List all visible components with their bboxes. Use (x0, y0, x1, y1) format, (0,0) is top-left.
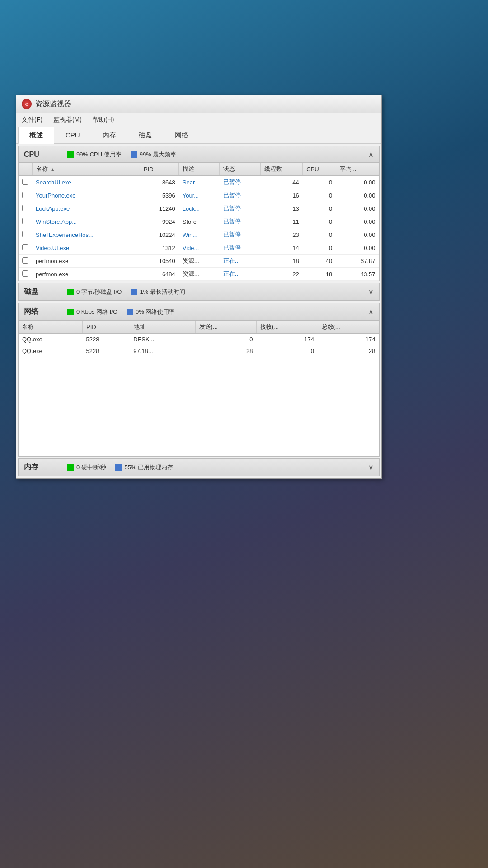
process-status: 已暂停 (220, 241, 261, 255)
row-checkbox[interactable] (19, 215, 32, 228)
network-chevron-up[interactable]: ∧ (368, 307, 374, 316)
net-col-sent[interactable]: 发送(... (195, 321, 256, 334)
net-col-pid[interactable]: PID (83, 321, 130, 334)
process-threads: 16 (261, 189, 303, 202)
process-status: 已暂停 (220, 228, 261, 241)
net-col-recv[interactable]: 接收(... (257, 321, 318, 334)
app-title: 资源监视器 (35, 99, 71, 109)
process-pid: 11240 (140, 202, 178, 215)
process-name: ShellExperienceHos... (32, 228, 140, 241)
net-proc-addr: 97.18... (130, 345, 195, 357)
net-table-row[interactable]: QQ.exe5228DESK...0174174 (19, 334, 379, 345)
cpu-usage-dot (67, 151, 74, 158)
cpu-freq-dot (131, 151, 137, 158)
process-threads: 14 (261, 241, 303, 255)
cpu-section: CPU 99% CPU 使用率 99% 最大频率 ∧ 名称 ▲ (18, 146, 380, 281)
process-name: perfmon.exe (32, 255, 140, 268)
process-desc: Sear... (179, 176, 220, 189)
tab-cpu[interactable]: CPU (54, 127, 91, 144)
memory-stat2: 55% 已用物理内存 (115, 463, 173, 472)
process-avg: 0.00 (336, 215, 379, 228)
process-avg: 43.57 (336, 268, 379, 281)
menu-monitor[interactable]: 监视器(M) (52, 115, 84, 125)
process-cpu: 0 (303, 228, 336, 241)
cpu-stat2: 99% 最大频率 (131, 151, 177, 159)
cpu-table-row[interactable]: Video.UI.exe1312Vide...已暂停1400.00 (19, 241, 379, 255)
network-stat2: 0% 网络使用率 (127, 308, 175, 316)
col-threads[interactable]: 线程数 (261, 163, 303, 176)
net-col-name[interactable]: 名称 (19, 321, 83, 334)
row-checkbox[interactable] (19, 268, 32, 281)
cpu-table-row[interactable]: WinStore.App...9924Store已暂停1100.00 (19, 215, 379, 228)
cpu-section-title: CPU (24, 151, 60, 159)
row-checkbox[interactable] (19, 228, 32, 241)
process-avg: 0.00 (336, 189, 379, 202)
network-section-header[interactable]: 网络 0 Kbps 网络 I/O 0% 网络使用率 ∧ (19, 303, 379, 321)
cpu-table-row[interactable]: perfmon.exe10540资源...正在...184067.87 (19, 255, 379, 268)
process-name: YourPhone.exe (32, 189, 140, 202)
cpu-table-header-row: 名称 ▲ PID 描述 状态 线程数 CPU 平均 ... (19, 163, 379, 176)
tab-network[interactable]: 网络 (164, 127, 200, 144)
cpu-table-row[interactable]: SearchUI.exe8648Sear...已暂停4400.00 (19, 176, 379, 189)
col-name[interactable]: 名称 ▲ (32, 163, 140, 176)
network-section: 网络 0 Kbps 网络 I/O 0% 网络使用率 ∧ 名称 PID (18, 303, 380, 457)
row-checkbox[interactable] (19, 189, 32, 202)
row-checkbox[interactable] (19, 202, 32, 215)
col-cpu[interactable]: CPU (303, 163, 336, 176)
net-table-row[interactable]: QQ.exe522897.18...28028 (19, 345, 379, 357)
process-pid: 6484 (140, 268, 178, 281)
network-io-text: 0 Kbps 网络 I/O (76, 308, 117, 316)
col-pid[interactable]: PID (140, 163, 178, 176)
tab-memory[interactable]: 内存 (91, 127, 127, 144)
col-desc[interactable]: 描述 (179, 163, 220, 176)
process-status: 已暂停 (220, 202, 261, 215)
cpu-section-header[interactable]: CPU 99% CPU 使用率 99% 最大频率 ∧ (19, 146, 379, 163)
memory-chevron-down[interactable]: ∨ (368, 463, 374, 472)
process-name: SearchUI.exe (32, 176, 140, 189)
row-checkbox[interactable] (19, 255, 32, 268)
network-io-dot (67, 309, 74, 315)
menu-file[interactable]: 文件(F) (20, 115, 44, 125)
col-avg[interactable]: 平均 ... (336, 163, 379, 176)
cpu-table-row[interactable]: LockApp.exe11240Lock...已暂停1300.00 (19, 202, 379, 215)
memory-stat1: 0 硬中断/秒 (67, 463, 106, 472)
network-stats: 0 Kbps 网络 I/O 0% 网络使用率 (67, 308, 368, 316)
process-threads: 44 (261, 176, 303, 189)
process-avg: 0.00 (336, 176, 379, 189)
row-checkbox[interactable] (19, 241, 32, 255)
cpu-freq-text: 99% 最大频率 (140, 151, 177, 159)
process-cpu: 0 (303, 241, 336, 255)
process-status: 已暂停 (220, 176, 261, 189)
process-cpu: 18 (303, 268, 336, 281)
process-desc: 资源... (179, 268, 220, 281)
net-proc-recv: 174 (257, 334, 318, 345)
col-status[interactable]: 状态 (220, 163, 261, 176)
row-checkbox[interactable] (19, 176, 32, 189)
memory-section-title: 内存 (24, 462, 60, 472)
network-header-row: 名称 PID 地址 发送(... 接收(... 总数(... (19, 321, 379, 334)
disk-section-title: 磁盘 (24, 287, 60, 297)
process-threads: 13 (261, 202, 303, 215)
disk-section-header[interactable]: 磁盘 0 字节/秒磁盘 I/O 1% 最长活动时间 ∨ (19, 283, 379, 301)
cpu-chevron-up[interactable]: ∧ (368, 150, 374, 159)
tab-overview[interactable]: 概述 (18, 127, 54, 144)
memory-used-text: 55% 已用物理内存 (124, 463, 173, 472)
net-col-total[interactable]: 总数(... (318, 321, 379, 334)
cpu-table-row[interactable]: ShellExperienceHos...10224Win...已暂停2300.… (19, 228, 379, 241)
memory-used-dot (115, 464, 122, 471)
disk-chevron-down[interactable]: ∨ (368, 288, 374, 296)
tabs-bar: 概述 CPU 内存 磁盘 网络 (16, 127, 381, 144)
menu-help[interactable]: 帮助(H) (91, 115, 116, 125)
process-avg: 0.00 (336, 241, 379, 255)
net-proc-sent: 28 (195, 345, 256, 357)
memory-section-header[interactable]: 内存 0 硬中断/秒 55% 已用物理内存 ∨ (19, 459, 379, 476)
memory-hard-text: 0 硬中断/秒 (76, 463, 106, 472)
tab-disk[interactable]: 磁盘 (127, 127, 164, 144)
cpu-table-row[interactable]: YourPhone.exe5396Your...已暂停1600.00 (19, 189, 379, 202)
network-section-title: 网络 (24, 307, 60, 316)
network-table-body: QQ.exe5228DESK...0174174QQ.exe522897.18.… (19, 334, 379, 357)
network-section-body: 名称 PID 地址 发送(... 接收(... 总数(... QQ.exe522… (19, 321, 379, 456)
cpu-table-row[interactable]: perfmon.exe6484资源...正在...221843.57 (19, 268, 379, 281)
disk-section: 磁盘 0 字节/秒磁盘 I/O 1% 最长活动时间 ∨ (18, 283, 380, 301)
net-col-addr[interactable]: 地址 (130, 321, 195, 334)
